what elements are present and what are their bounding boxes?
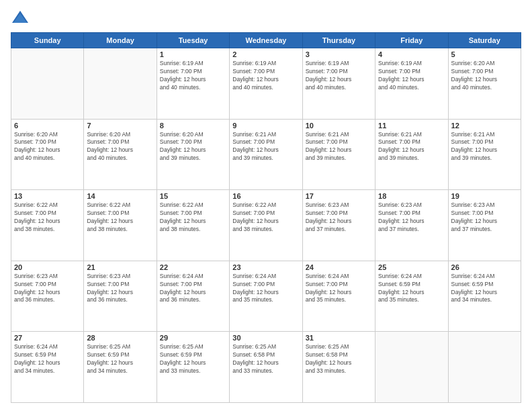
day-info: Sunrise: 6:25 AM Sunset: 6:59 PM Dayligh…: [87, 343, 153, 375]
calendar-header-saturday: Saturday: [448, 33, 521, 48]
calendar-cell: 3Sunrise: 6:19 AM Sunset: 7:00 PM Daylig…: [302, 48, 375, 120]
calendar-header-friday: Friday: [375, 33, 448, 48]
day-number: 24: [306, 263, 372, 271]
day-info: Sunrise: 6:19 AM Sunset: 7:00 PM Dayligh…: [378, 60, 445, 92]
calendar-cell: 7Sunrise: 6:20 AM Sunset: 7:00 PM Daylig…: [84, 119, 157, 190]
day-number: 25: [378, 263, 445, 271]
day-number: 10: [306, 122, 372, 130]
day-number: 21: [87, 263, 153, 271]
calendar-week-3: 20Sunrise: 6:23 AM Sunset: 7:00 PM Dayli…: [11, 261, 521, 332]
day-number: 11: [378, 122, 445, 130]
header: [11, 8, 521, 27]
day-info: Sunrise: 6:22 AM Sunset: 7:00 PM Dayligh…: [160, 201, 226, 234]
day-info: Sunrise: 6:20 AM Sunset: 7:00 PM Dayligh…: [160, 131, 226, 163]
day-info: Sunrise: 6:21 AM Sunset: 7:00 PM Dayligh…: [232, 131, 299, 163]
day-info: Sunrise: 6:23 AM Sunset: 7:00 PM Dayligh…: [87, 273, 153, 305]
day-info: Sunrise: 6:24 AM Sunset: 7:00 PM Dayligh…: [306, 273, 372, 305]
calendar-cell: 21Sunrise: 6:23 AM Sunset: 7:00 PM Dayli…: [84, 261, 157, 332]
day-info: Sunrise: 6:21 AM Sunset: 7:00 PM Dayligh…: [451, 131, 518, 163]
calendar-cell: [375, 332, 448, 403]
calendar-cell: 16Sunrise: 6:22 AM Sunset: 7:00 PM Dayli…: [230, 190, 302, 261]
calendar-cell: 28Sunrise: 6:25 AM Sunset: 6:59 PM Dayli…: [84, 332, 157, 403]
calendar-cell: 4Sunrise: 6:19 AM Sunset: 7:00 PM Daylig…: [375, 48, 448, 120]
calendar-header-thursday: Thursday: [302, 33, 375, 48]
calendar-cell: 2Sunrise: 6:19 AM Sunset: 7:00 PM Daylig…: [230, 48, 302, 120]
logo: [11, 8, 32, 27]
calendar-cell: [11, 48, 84, 120]
calendar-cell: 11Sunrise: 6:21 AM Sunset: 7:00 PM Dayli…: [375, 119, 448, 190]
day-number: 29: [160, 334, 226, 342]
calendar-cell: 6Sunrise: 6:20 AM Sunset: 7:00 PM Daylig…: [11, 119, 84, 190]
day-info: Sunrise: 6:25 AM Sunset: 6:58 PM Dayligh…: [306, 343, 372, 375]
day-number: 12: [451, 122, 518, 130]
day-number: 15: [160, 192, 226, 200]
calendar-cell: 29Sunrise: 6:25 AM Sunset: 6:59 PM Dayli…: [157, 332, 229, 403]
calendar-cell: [84, 48, 157, 120]
calendar-week-4: 27Sunrise: 6:24 AM Sunset: 6:59 PM Dayli…: [11, 332, 521, 403]
calendar-header-monday: Monday: [84, 33, 157, 48]
calendar-cell: 24Sunrise: 6:24 AM Sunset: 7:00 PM Dayli…: [302, 261, 375, 332]
calendar-cell: 27Sunrise: 6:24 AM Sunset: 6:59 PM Dayli…: [11, 332, 84, 403]
calendar-cell: 9Sunrise: 6:21 AM Sunset: 7:00 PM Daylig…: [230, 119, 302, 190]
day-number: 1: [160, 50, 226, 58]
day-info: Sunrise: 6:22 AM Sunset: 7:00 PM Dayligh…: [14, 201, 81, 234]
day-info: Sunrise: 6:24 AM Sunset: 6:59 PM Dayligh…: [14, 343, 81, 375]
day-info: Sunrise: 6:25 AM Sunset: 6:59 PM Dayligh…: [160, 343, 226, 375]
day-info: Sunrise: 6:22 AM Sunset: 7:00 PM Dayligh…: [232, 201, 299, 234]
day-number: 27: [14, 334, 81, 342]
day-info: Sunrise: 6:21 AM Sunset: 7:00 PM Dayligh…: [378, 131, 445, 163]
day-info: Sunrise: 6:22 AM Sunset: 7:00 PM Dayligh…: [87, 201, 153, 234]
logo-icon: [11, 8, 30, 27]
calendar-cell: 12Sunrise: 6:21 AM Sunset: 7:00 PM Dayli…: [448, 119, 521, 190]
day-number: 26: [451, 263, 518, 271]
calendar-cell: 19Sunrise: 6:23 AM Sunset: 7:00 PM Dayli…: [448, 190, 521, 261]
day-info: Sunrise: 6:20 AM Sunset: 7:00 PM Dayligh…: [451, 60, 518, 92]
calendar-table: SundayMondayTuesdayWednesdayThursdayFrid…: [11, 32, 521, 403]
day-number: 13: [14, 192, 81, 200]
calendar-cell: 15Sunrise: 6:22 AM Sunset: 7:00 PM Dayli…: [157, 190, 229, 261]
day-info: Sunrise: 6:20 AM Sunset: 7:00 PM Dayligh…: [87, 131, 153, 163]
day-info: Sunrise: 6:20 AM Sunset: 7:00 PM Dayligh…: [14, 131, 81, 163]
calendar-cell: 31Sunrise: 6:25 AM Sunset: 6:58 PM Dayli…: [302, 332, 375, 403]
day-number: 5: [451, 50, 518, 58]
calendar-cell: 26Sunrise: 6:24 AM Sunset: 6:59 PM Dayli…: [448, 261, 521, 332]
day-number: 23: [232, 263, 299, 271]
day-number: 14: [87, 192, 153, 200]
day-info: Sunrise: 6:24 AM Sunset: 6:59 PM Dayligh…: [451, 273, 518, 305]
day-info: Sunrise: 6:24 AM Sunset: 6:59 PM Dayligh…: [378, 273, 445, 305]
day-number: 8: [160, 122, 226, 130]
day-number: 16: [232, 192, 299, 200]
day-info: Sunrise: 6:19 AM Sunset: 7:00 PM Dayligh…: [306, 60, 372, 92]
day-info: Sunrise: 6:23 AM Sunset: 7:00 PM Dayligh…: [14, 273, 81, 305]
page: SundayMondayTuesdayWednesdayThursdayFrid…: [0, 0, 532, 411]
day-number: 28: [87, 334, 153, 342]
calendar-week-1: 6Sunrise: 6:20 AM Sunset: 7:00 PM Daylig…: [11, 119, 521, 190]
day-info: Sunrise: 6:21 AM Sunset: 7:00 PM Dayligh…: [306, 131, 372, 163]
day-info: Sunrise: 6:23 AM Sunset: 7:00 PM Dayligh…: [451, 201, 518, 234]
day-number: 20: [14, 263, 81, 271]
calendar-cell: 25Sunrise: 6:24 AM Sunset: 6:59 PM Dayli…: [375, 261, 448, 332]
calendar-header-wednesday: Wednesday: [230, 33, 302, 48]
day-number: 4: [378, 50, 445, 58]
calendar-cell: 22Sunrise: 6:24 AM Sunset: 7:00 PM Dayli…: [157, 261, 229, 332]
calendar-cell: 18Sunrise: 6:23 AM Sunset: 7:00 PM Dayli…: [375, 190, 448, 261]
calendar-cell: 20Sunrise: 6:23 AM Sunset: 7:00 PM Dayli…: [11, 261, 84, 332]
day-info: Sunrise: 6:24 AM Sunset: 7:00 PM Dayligh…: [232, 273, 299, 305]
day-number: 3: [306, 50, 372, 58]
calendar-header-tuesday: Tuesday: [157, 33, 229, 48]
day-number: 17: [306, 192, 372, 200]
day-info: Sunrise: 6:19 AM Sunset: 7:00 PM Dayligh…: [232, 60, 299, 92]
day-number: 6: [14, 122, 81, 130]
calendar-cell: 30Sunrise: 6:25 AM Sunset: 6:58 PM Dayli…: [230, 332, 302, 403]
calendar-cell: 1Sunrise: 6:19 AM Sunset: 7:00 PM Daylig…: [157, 48, 229, 120]
calendar-cell: 5Sunrise: 6:20 AM Sunset: 7:00 PM Daylig…: [448, 48, 521, 120]
day-info: Sunrise: 6:24 AM Sunset: 7:00 PM Dayligh…: [160, 273, 226, 305]
day-number: 7: [87, 122, 153, 130]
day-number: 2: [232, 50, 299, 58]
calendar-week-0: 1Sunrise: 6:19 AM Sunset: 7:00 PM Daylig…: [11, 48, 521, 120]
calendar-body: 1Sunrise: 6:19 AM Sunset: 7:00 PM Daylig…: [11, 48, 521, 403]
calendar-header-row: SundayMondayTuesdayWednesdayThursdayFrid…: [11, 33, 521, 48]
day-number: 30: [232, 334, 299, 342]
calendar-cell: [448, 332, 521, 403]
calendar-cell: 14Sunrise: 6:22 AM Sunset: 7:00 PM Dayli…: [84, 190, 157, 261]
